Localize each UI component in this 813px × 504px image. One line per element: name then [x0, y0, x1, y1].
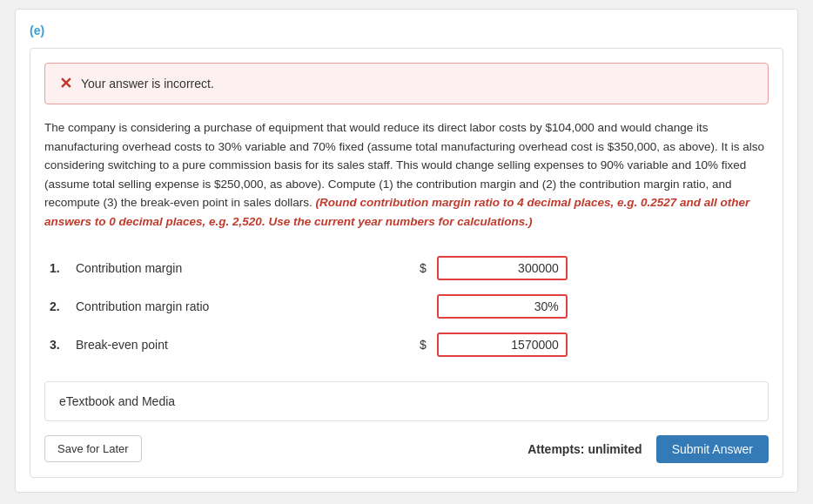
- footer-row: Save for Later Attempts: unlimited Submi…: [44, 435, 769, 463]
- table-row: 2. Contribution margin ratio: [44, 287, 769, 326]
- etextbook-label: eTextbook and Media: [59, 394, 175, 408]
- error-message: Your answer is incorrect.: [81, 77, 214, 91]
- row-label-2: Contribution margin ratio: [71, 287, 414, 326]
- submit-answer-button[interactable]: Submit Answer: [656, 435, 769, 463]
- break-even-point-input[interactable]: [437, 333, 568, 357]
- footer-right: Attempts: unlimited Submit Answer: [527, 435, 769, 463]
- dollar-sign-1: $: [414, 249, 432, 287]
- etextbook-section: eTextbook and Media: [44, 381, 769, 421]
- outer-container: (e) ✕ Your answer is incorrect. The comp…: [15, 9, 798, 493]
- answer-table: 1. Contribution margin $ 2. Contribution…: [44, 249, 769, 364]
- save-later-button[interactable]: Save for Later: [44, 435, 142, 462]
- contribution-margin-ratio-input[interactable]: [437, 294, 568, 319]
- section-label: (e): [30, 24, 783, 37]
- dollar-sign-3: $: [414, 326, 432, 364]
- error-icon: ✕: [59, 74, 72, 93]
- input-cell-3: [432, 326, 769, 364]
- input-cell-2: [432, 287, 769, 326]
- table-row: 1. Contribution margin $: [44, 249, 769, 287]
- row-label-3: Break-even point: [71, 326, 414, 364]
- dollar-sign-2: [414, 287, 432, 326]
- input-cell-1: [432, 249, 769, 287]
- attempts-text: Attempts: unlimited: [527, 442, 642, 456]
- error-box: ✕ Your answer is incorrect.: [44, 63, 769, 104]
- row-number-1: 1.: [44, 249, 71, 287]
- contribution-margin-input[interactable]: [437, 256, 568, 280]
- row-label-1: Contribution margin: [71, 249, 414, 287]
- row-number-3: 3.: [44, 326, 71, 364]
- row-number-2: 2.: [44, 287, 71, 326]
- description-text: The company is considering a purchase of…: [44, 118, 769, 232]
- table-row: 3. Break-even point $: [44, 326, 769, 364]
- inner-container: ✕ Your answer is incorrect. The company …: [30, 48, 783, 478]
